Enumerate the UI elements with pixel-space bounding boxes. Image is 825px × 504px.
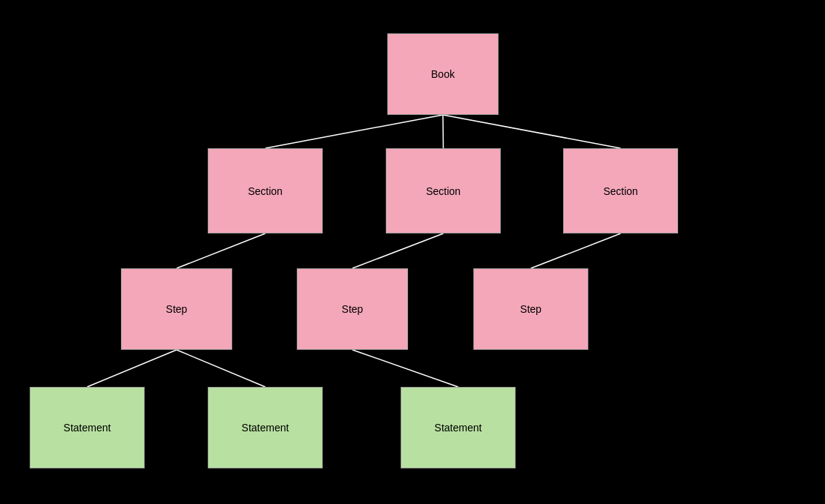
node-stmt1: Statement — [30, 387, 145, 468]
connector-step1-stmt2 — [177, 350, 266, 387]
connector-book-section1 — [266, 115, 444, 148]
connector-book-section2 — [443, 115, 444, 148]
diagram: BookSectionSectionSectionStepStepStepSta… — [0, 0, 825, 504]
node-step1: Step — [121, 268, 232, 350]
connector-step2-stmt3 — [352, 350, 458, 387]
node-book: Book — [387, 33, 499, 115]
connector-section1-step1 — [177, 233, 266, 268]
node-section3: Section — [563, 148, 678, 233]
connector-book-section3 — [443, 115, 621, 148]
node-stmt3: Statement — [401, 387, 516, 468]
connector-step1-stmt1 — [88, 350, 177, 387]
node-step3: Step — [473, 268, 588, 350]
connector-section3-step3 — [531, 233, 621, 268]
node-stmt2: Statement — [208, 387, 323, 468]
node-section1: Section — [208, 148, 323, 233]
connector-section2-step2 — [352, 233, 444, 268]
node-section2: Section — [386, 148, 501, 233]
node-step2: Step — [297, 268, 408, 350]
